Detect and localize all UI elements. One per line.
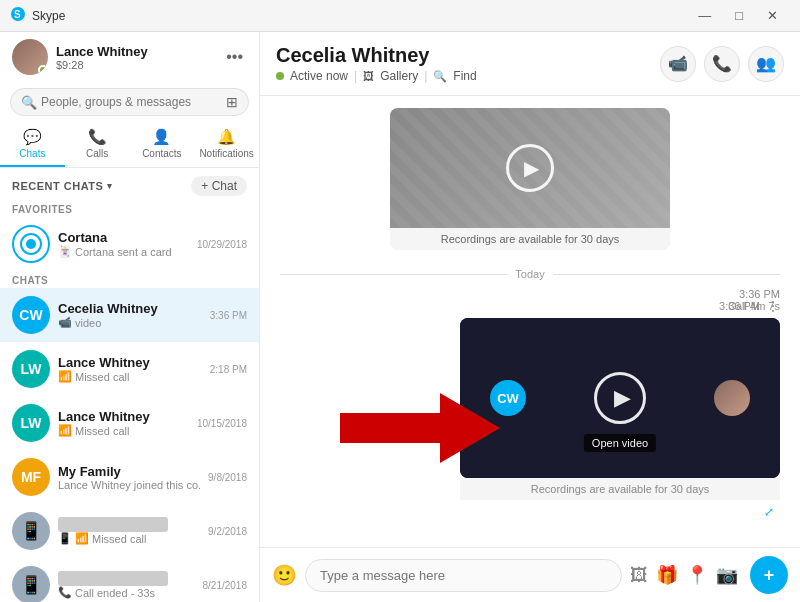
- nav-tabs: 💬 Chats 📞 Calls 👤 Contacts 🔔 Notificatio…: [0, 122, 259, 168]
- search-icon: 🔍: [21, 95, 37, 110]
- missed-call-icon: 📶: [58, 424, 72, 437]
- chat-header-actions: 📹 📞 👥: [660, 46, 784, 82]
- chat-status-bar: Active now | 🖼 Gallery | 🔍 Find: [276, 69, 477, 83]
- list-item[interactable]: MF My Family Lance Whitney joined this c…: [0, 450, 259, 504]
- more-options-button[interactable]: ⋮: [766, 298, 780, 314]
- add-chat-button[interactable]: + Chat: [191, 176, 247, 196]
- calls-tab-label: Calls: [86, 148, 108, 159]
- message-input[interactable]: [305, 559, 622, 592]
- contacts-icon: 👤: [152, 128, 171, 146]
- avatar: CW: [12, 296, 50, 334]
- find-icon: 🔍: [433, 70, 447, 83]
- timestamp-2: 3:36 PM: [719, 300, 760, 312]
- play-icon: ▶: [524, 156, 539, 180]
- chat-main: Cecelia Whitney Active now | 🖼 Gallery |…: [260, 32, 800, 602]
- video-icon: 📹: [668, 54, 688, 73]
- user-header: Lance Whitney $9:28 •••: [0, 32, 259, 82]
- chats-icon: 💬: [23, 128, 42, 146]
- status-online-dot: [276, 72, 284, 80]
- favorites-label: FAVORITES: [0, 200, 259, 217]
- recording-card-top: ▶ Recordings are available for 30 days: [390, 108, 670, 250]
- phone-icon: 📱: [58, 532, 72, 545]
- add-person-button[interactable]: 👥: [748, 46, 784, 82]
- grid-icon[interactable]: ⊞: [226, 94, 238, 110]
- add-person-icon: 👥: [756, 54, 776, 73]
- user-more-button[interactable]: •••: [222, 44, 247, 70]
- avatar: 📱: [12, 512, 50, 550]
- svg-marker-4: [340, 393, 500, 463]
- right-avatar: [714, 380, 750, 416]
- recent-chats-header: RECENT CHATS ▾ + Chat: [0, 168, 259, 200]
- recording-note-top: Recordings are available for 30 days: [390, 228, 670, 250]
- app-title: Skype: [32, 9, 686, 23]
- phone-icon2: 📞: [58, 586, 72, 599]
- video-call-button[interactable]: 📹: [660, 46, 696, 82]
- list-item[interactable]: Cortana 🃏 Cortana sent a card 10/29/2018: [0, 217, 259, 271]
- wifi-icon: 📶: [75, 532, 89, 545]
- maximize-button[interactable]: □: [727, 6, 751, 25]
- message-input-area: 🙂 🖼 🎁 📍 📷 +: [260, 547, 800, 602]
- chat-list: FAVORITES Cortana 🃏 Cortana sent a card …: [0, 200, 259, 602]
- tab-chats[interactable]: 💬 Chats: [0, 122, 65, 167]
- app-icon: S: [10, 6, 26, 26]
- list-item[interactable]: 📱 ████████████ 📱 📶 Missed call 9/2/2018: [0, 504, 259, 558]
- gift-button[interactable]: 🎁: [656, 564, 678, 586]
- gallery-icon: 🖼: [363, 70, 374, 82]
- user-balance: $9:28: [56, 59, 222, 71]
- tab-notifications[interactable]: 🔔 Notifications: [194, 122, 259, 167]
- messages-area: ▶ Recordings are available for 30 days T…: [260, 96, 800, 547]
- titlebar: S Skype — □ ✕: [0, 0, 800, 32]
- svg-text:S: S: [14, 9, 21, 20]
- chat-contact-name: Cecelia Whitney: [276, 44, 477, 67]
- day-divider: Today: [280, 268, 780, 280]
- avatar: LW: [12, 404, 50, 442]
- list-item[interactable]: 📱 ████████████ 📞 Call ended - 33s 8/21/2…: [0, 558, 259, 602]
- search-bar: 🔍 ⊞: [0, 82, 259, 122]
- minimize-button[interactable]: —: [690, 6, 719, 25]
- list-item[interactable]: LW Lance Whitney 📶 Missed call 2:18 PM: [0, 342, 259, 396]
- emoji-button[interactable]: 🙂: [272, 563, 297, 587]
- recording-note-bottom: Recordings are available for 30 days: [460, 478, 780, 500]
- contacts-tab-label: Contacts: [142, 148, 181, 159]
- find-link[interactable]: Find: [453, 69, 476, 83]
- avatar: [12, 39, 48, 75]
- chevron-down-icon: ▾: [107, 181, 113, 191]
- status-dot: [38, 65, 48, 75]
- notifications-tab-label: Notifications: [199, 148, 253, 159]
- contact-name: Cortana: [58, 230, 189, 245]
- missed-call-icon: 📶: [58, 370, 72, 383]
- media-button[interactable]: 📷: [716, 564, 738, 586]
- chat-header: Cecelia Whitney Active now | 🖼 Gallery |…: [260, 32, 800, 96]
- notifications-icon: 🔔: [217, 128, 236, 146]
- tab-contacts[interactable]: 👤 Contacts: [130, 122, 195, 167]
- send-button[interactable]: +: [750, 556, 788, 594]
- user-name: Lance Whitney: [56, 44, 222, 59]
- recent-chats-title[interactable]: RECENT CHATS ▾: [12, 180, 113, 192]
- close-button[interactable]: ✕: [759, 6, 786, 25]
- search-input[interactable]: [41, 95, 226, 109]
- play-button-dark[interactable]: ▶: [594, 372, 646, 424]
- list-item[interactable]: LW Lance Whitney 📶 Missed call 10/15/201…: [0, 396, 259, 450]
- open-video-tooltip: Open video: [584, 434, 656, 452]
- avatar: LW: [12, 350, 50, 388]
- location-button[interactable]: 📍: [686, 564, 708, 586]
- day-label: Today: [515, 268, 544, 280]
- active-now-label: Active now: [290, 69, 348, 83]
- chats-tab-label: Chats: [19, 148, 45, 159]
- audio-call-button[interactable]: 📞: [704, 46, 740, 82]
- avatar: MF: [12, 458, 50, 496]
- calls-icon: 📞: [88, 128, 107, 146]
- video-icon: 📹: [58, 316, 72, 329]
- preview-icon: 🃏: [58, 245, 72, 258]
- chats-section-label: CHATS: [0, 271, 259, 288]
- red-arrow: [340, 393, 500, 467]
- tab-calls[interactable]: 📞 Calls: [65, 122, 130, 167]
- expand-icon[interactable]: ⤢: [764, 505, 774, 519]
- play-button-top[interactable]: ▶: [506, 144, 554, 192]
- list-item[interactable]: CW Cecelia Whitney 📹 video 3:36 PM: [0, 288, 259, 342]
- image-button[interactable]: 🖼: [630, 565, 648, 586]
- call-info: 3:36 PM Call 4m 7s: [280, 288, 780, 312]
- gallery-link[interactable]: Gallery: [380, 69, 418, 83]
- avatar: 📱: [12, 566, 50, 602]
- recording-card-bottom: CW ▶ Open video: [460, 318, 780, 522]
